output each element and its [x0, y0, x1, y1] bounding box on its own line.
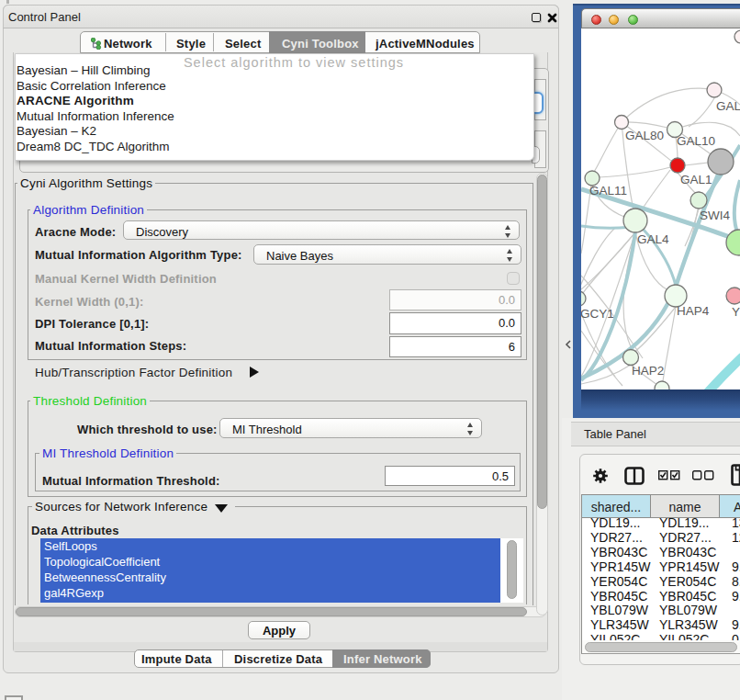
- svg-text:GAL80: GAL80: [625, 129, 664, 142]
- svg-text:SWI4: SWI4: [700, 209, 730, 222]
- svg-text:Y: Y: [732, 305, 740, 319]
- svg-text:GAL11: GAL11: [589, 184, 627, 198]
- svg-text:GAL4: GAL4: [637, 232, 669, 246]
- svg-text:GAL10: GAL10: [677, 134, 715, 148]
- svg-text:HAP2: HAP2: [632, 364, 664, 378]
- svg-text:GAL8: GAL8: [716, 99, 740, 113]
- svg-text:GAL1: GAL1: [680, 173, 712, 186]
- svg-text:GCY1: GCY1: [581, 307, 614, 321]
- svg-text:HAP4: HAP4: [677, 304, 710, 318]
